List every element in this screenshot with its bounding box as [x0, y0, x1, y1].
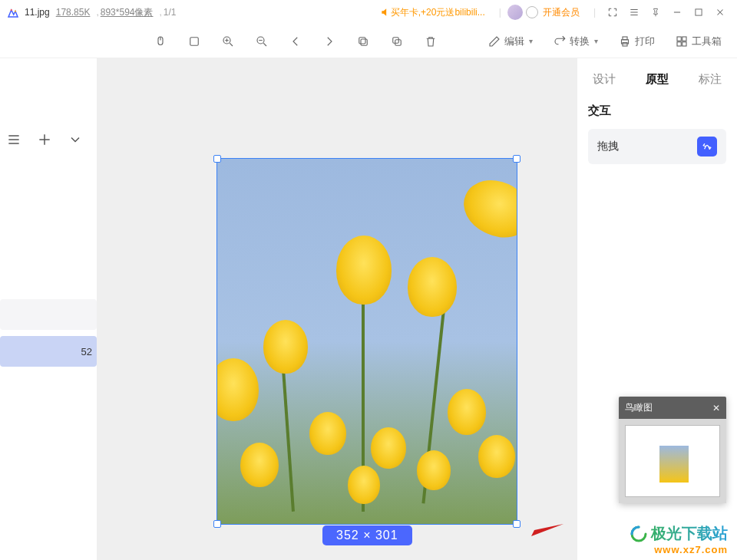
watermark-logo-icon	[630, 525, 648, 543]
layer-item-selected[interactable]: 52	[0, 336, 97, 367]
interaction-drag-row[interactable]: 拖拽	[588, 129, 726, 164]
convert-menu[interactable]: 转换▾	[553, 35, 598, 48]
watermark-brand: 极光下载站	[651, 523, 728, 544]
svg-rect-8	[359, 37, 365, 43]
selection-size-badge: 352 × 301	[322, 525, 412, 545]
resize-handle-br[interactable]	[513, 520, 521, 528]
site-watermark: 极光下载站 www.xz7.com	[630, 523, 728, 555]
svg-rect-14	[677, 37, 681, 41]
window-titlebar: 11.jpg 178.85K , 893*594像素 , 1/1 买年卡,+20…	[0, 0, 737, 25]
svg-rect-17	[682, 41, 686, 45]
speaker-icon	[380, 7, 391, 18]
zoom-in-button[interactable]	[221, 35, 235, 48]
selection-box[interactable]: 352 × 301	[216, 158, 517, 525]
image-dimensions[interactable]: 893*594像素	[101, 6, 154, 19]
duplicate-button[interactable]	[390, 35, 404, 48]
minimap-body[interactable]	[619, 419, 726, 503]
minimize-button[interactable]	[666, 2, 688, 23]
delete-button[interactable]	[424, 35, 438, 48]
print-button[interactable]: 打印	[618, 35, 655, 48]
layer-item[interactable]	[0, 299, 97, 330]
svg-rect-15	[682, 37, 686, 41]
minimap-title: 鸟瞰图	[625, 401, 653, 414]
watermark-url: www.xz7.com	[630, 544, 728, 555]
tab-annotate[interactable]: 标注	[699, 72, 722, 87]
separator: |	[499, 7, 501, 18]
svg-point-0	[11, 9, 12, 11]
left-panel: 52	[0, 58, 97, 560]
resize-handle-tr[interactable]	[513, 155, 521, 163]
svg-rect-2	[696, 9, 702, 15]
canvas-area[interactable]: 352 × 301	[97, 58, 577, 560]
user-avatar[interactable]	[507, 5, 523, 20]
close-button[interactable]	[709, 2, 731, 23]
drag-label: 拖拽	[597, 140, 619, 153]
chevron-down-icon[interactable]	[68, 132, 83, 150]
fullscreen-button[interactable]	[602, 2, 623, 23]
resize-handle-tl[interactable]	[213, 155, 221, 163]
zoom-out-button[interactable]	[255, 35, 269, 48]
add-icon[interactable]	[37, 132, 52, 150]
minimap-viewport	[625, 425, 720, 497]
svg-rect-7	[361, 39, 367, 45]
refresh-icon[interactable]	[526, 6, 538, 18]
edit-menu[interactable]: 编辑▾	[487, 35, 533, 48]
app-logo-icon	[6, 5, 20, 19]
drag-badge[interactable]	[697, 137, 717, 156]
comma-sep: ,	[96, 7, 98, 18]
minimap-thumbnail	[659, 446, 689, 483]
separator: |	[593, 7, 596, 18]
svg-rect-12	[623, 37, 627, 40]
file-name: 11.jpg	[25, 7, 50, 18]
tab-prototype[interactable]: 原型	[646, 72, 669, 87]
minimap-close-icon[interactable]: ✕	[712, 403, 720, 413]
section-interaction-title: 交互	[588, 104, 726, 118]
left-tools-row	[0, 121, 97, 161]
annotation-arrow-icon	[527, 522, 565, 539]
fit-tool[interactable]	[187, 35, 201, 48]
maximize-button[interactable]	[688, 2, 709, 23]
minimap-panel[interactable]: 鸟瞰图 ✕	[619, 397, 726, 503]
pin-button[interactable]	[645, 2, 666, 23]
page-index: 1/1	[164, 7, 177, 18]
menu-button[interactable]	[623, 2, 645, 23]
svg-point-1	[15, 10, 16, 12]
next-button[interactable]	[322, 35, 336, 48]
svg-rect-16	[677, 41, 681, 45]
tab-design[interactable]: 设计	[593, 72, 616, 87]
toolbox-button[interactable]: 工具箱	[675, 35, 722, 48]
promo-link[interactable]: 买年卡,+20元送bilibili...	[380, 6, 485, 19]
mouse-tool[interactable]	[154, 35, 167, 48]
right-tabs: 设计 原型 标注	[588, 72, 726, 104]
svg-rect-13	[623, 42, 627, 46]
image-content	[217, 159, 517, 524]
comma-sep: ,	[159, 7, 161, 18]
file-size[interactable]: 178.85K	[56, 7, 91, 18]
resize-handle-bl[interactable]	[213, 520, 221, 528]
svg-rect-4	[190, 37, 199, 45]
list-icon[interactable]	[6, 132, 21, 150]
vip-link[interactable]: 开通会员	[543, 6, 580, 19]
main-toolbar: 编辑▾ 转换▾ 打印 工具箱	[0, 25, 737, 58]
copy-button[interactable]	[356, 35, 370, 48]
prev-button[interactable]	[289, 35, 302, 48]
